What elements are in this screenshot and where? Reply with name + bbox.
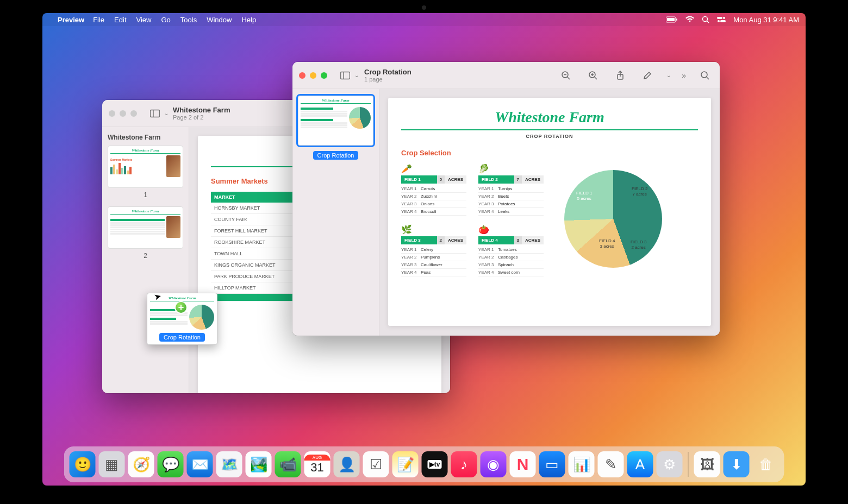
spotlight-icon[interactable] xyxy=(702,16,709,23)
dock-podcasts[interactable]: ◉ xyxy=(481,451,507,477)
dock-news[interactable]: N xyxy=(510,451,536,477)
field-block: 🥕 FIELD 15ACRESYEAR 1CarrotsYEAR 2Zucchi… xyxy=(401,163,466,216)
chevron-down-icon[interactable]: ⌄ xyxy=(666,72,671,78)
dock-trash[interactable]: 🗑 xyxy=(753,451,779,477)
dock-preview[interactable]: 🖼 xyxy=(694,451,720,477)
dock-tv[interactable]: ▶tv xyxy=(422,451,448,477)
field-block: 🌿 FIELD 32ACRESYEAR 1CeleryYEAR 2Pumpkin… xyxy=(401,224,466,276)
window-subtitle: 1 page xyxy=(364,76,411,83)
window-title: Whitestone Farm xyxy=(173,106,230,114)
chevron-down-icon[interactable]: ⌄ xyxy=(354,72,359,78)
minimize-button[interactable] xyxy=(120,110,126,117)
acreage-pie-chart: FIELD 15 acres FIELD 27 acres FIELD 32 a… xyxy=(561,163,675,278)
dock-finder[interactable]: 🙂 xyxy=(70,451,96,477)
svg-point-8 xyxy=(718,20,720,22)
maximize-button[interactable] xyxy=(321,72,327,79)
maximize-button[interactable] xyxy=(130,110,137,117)
menu-file[interactable]: File xyxy=(93,16,104,24)
dock-music[interactable]: ♪ xyxy=(451,451,477,477)
zoom-out-button[interactable] xyxy=(558,68,574,83)
page-thumbnail-2[interactable]: Whitestone Farm xyxy=(108,206,183,249)
control-center-icon[interactable] xyxy=(717,16,726,23)
dock-reminders[interactable]: ☑ xyxy=(363,451,389,477)
svg-point-6 xyxy=(723,17,725,19)
pie-label-field-2: FIELD 27 acres xyxy=(632,186,647,197)
sidebar-doc-title: Whitestone Farm xyxy=(108,134,183,141)
dock-facetime[interactable]: 📹 xyxy=(275,451,301,477)
sidebar-toggle[interactable] xyxy=(337,68,353,83)
svg-rect-11 xyxy=(341,72,350,79)
celery-icon: 🌿 xyxy=(401,224,466,236)
minimize-button[interactable] xyxy=(310,72,316,79)
field-block: 🍅 FIELD 43ACRESYEAR 1TomatoesYEAR 2Cabba… xyxy=(478,224,544,276)
desktop: Preview File Edit View Go Tools Window H… xyxy=(42,13,806,486)
dock-calendar[interactable]: AUG31 xyxy=(304,451,331,477)
dock-safari[interactable]: 🧭 xyxy=(128,451,154,477)
preview-window-crop-rotation[interactable]: ⌄ Crop Rotation 1 page ⌄ » xyxy=(292,62,720,336)
menu-clock[interactable]: Mon Aug 31 9:41 AM xyxy=(733,16,799,24)
share-button[interactable] xyxy=(612,68,628,83)
close-button[interactable] xyxy=(299,72,305,79)
carrot-icon: 🥕 xyxy=(401,163,466,175)
svg-line-23 xyxy=(707,77,709,79)
dock-messages[interactable]: 💬 xyxy=(158,451,184,477)
dock-separator xyxy=(688,452,689,477)
menu-tools[interactable]: Tools xyxy=(180,16,197,24)
pie-label-field-3: FIELD 32 acres xyxy=(631,240,646,250)
chevron-down-icon[interactable]: ⌄ xyxy=(164,110,169,116)
radish-icon: 🥬 xyxy=(478,163,544,175)
markup-button[interactable] xyxy=(639,68,656,83)
titlebar-front[interactable]: ⌄ Crop Rotation 1 page ⌄ » xyxy=(292,62,720,89)
wifi-icon[interactable] xyxy=(685,16,694,23)
battery-icon[interactable] xyxy=(666,16,678,23)
menu-view[interactable]: View xyxy=(136,16,152,24)
svg-line-14 xyxy=(568,77,570,79)
svg-rect-7 xyxy=(720,20,726,22)
dock[interactable]: 🙂▦🧭💬✉️🗺️🏞️📹AUG31👤☑📝▶tv♪◉N▭📊✎A⚙ 🖼⬇🗑 xyxy=(64,446,784,482)
dock-mail[interactable]: ✉️ xyxy=(187,451,213,477)
thumb-label-1: 1 xyxy=(108,191,183,199)
dock-contacts[interactable]: 👤 xyxy=(334,451,360,477)
dock-photos[interactable]: 🏞️ xyxy=(246,451,272,477)
menu-window[interactable]: Window xyxy=(207,16,232,24)
page-subtitle: CROP ROTATION xyxy=(401,134,698,139)
app-menu[interactable]: Preview xyxy=(58,16,84,24)
menu-edit[interactable]: Edit xyxy=(114,16,126,24)
dock-launchpad[interactable]: ▦ xyxy=(99,451,125,477)
thumbnail-sidebar[interactable]: Whitestone Farm Whitestone Farm Summer M… xyxy=(102,127,189,393)
col-market: MARKET xyxy=(211,192,302,203)
overflow-button[interactable]: » xyxy=(682,71,686,80)
svg-rect-2 xyxy=(676,18,677,21)
window-title: Crop Rotation xyxy=(364,68,411,76)
dock-appstore[interactable]: A xyxy=(627,451,653,477)
menu-help[interactable]: Help xyxy=(241,16,256,24)
page-thumbnail-1[interactable]: Whitestone Farm Summer Markets xyxy=(108,146,183,188)
window-subtitle: Page 2 of 2 xyxy=(173,114,230,121)
camera-notch xyxy=(422,5,426,10)
tomato-icon: 🍅 xyxy=(478,224,544,236)
search-button[interactable] xyxy=(697,68,713,83)
dock-maps[interactable]: 🗺️ xyxy=(216,451,242,477)
thumbnail-sidebar[interactable]: Whitestone Farm Crop Rotation xyxy=(292,89,379,336)
menu-go[interactable]: Go xyxy=(161,16,170,24)
dock-notes[interactable]: 📝 xyxy=(392,451,419,477)
drag-ghost-label: Crop Rotation xyxy=(159,333,205,342)
dock-numbers[interactable]: 📊 xyxy=(569,451,595,477)
dock-keynote[interactable]: ▭ xyxy=(539,451,565,477)
sidebar-toggle[interactable] xyxy=(147,106,163,121)
svg-rect-9 xyxy=(151,110,160,117)
thumb-label-2: 2 xyxy=(108,252,183,260)
page-thumbnail-1[interactable]: Whitestone Farm xyxy=(298,96,373,146)
pie-label-field-1: FIELD 15 acres xyxy=(576,191,592,201)
menu-bar: Preview File Edit View Go Tools Window H… xyxy=(42,13,806,26)
svg-line-4 xyxy=(707,21,709,23)
pie-label-field-4: FIELD 43 acres xyxy=(599,238,615,249)
close-button[interactable] xyxy=(109,110,115,117)
add-icon: + xyxy=(174,301,188,314)
zoom-in-button[interactable] xyxy=(585,68,601,83)
dock-downloads[interactable]: ⬇ xyxy=(724,451,750,477)
dock-settings[interactable]: ⚙ xyxy=(657,451,683,477)
svg-rect-1 xyxy=(667,18,675,21)
page-viewport-front[interactable]: Whitestone Farm CROP ROTATION Crop Selec… xyxy=(379,89,720,336)
dock-pages[interactable]: ✎ xyxy=(598,451,624,477)
